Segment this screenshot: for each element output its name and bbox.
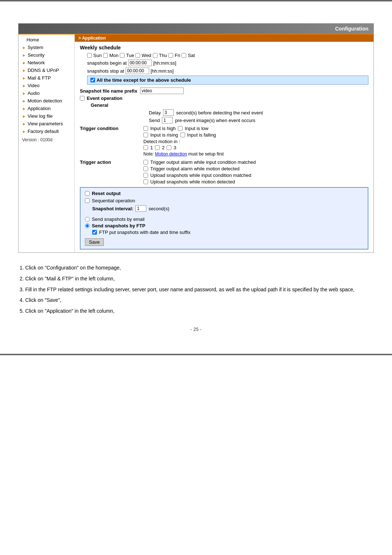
checkbox-sun[interactable] <box>87 53 92 58</box>
save-button[interactable]: Save <box>85 238 104 246</box>
snapshot-prefix-input[interactable] <box>140 88 184 94</box>
checkbox-all-time[interactable] <box>90 78 95 82</box>
label-tue: Tue <box>126 53 134 58</box>
checkbox-thu[interactable] <box>153 53 158 58</box>
config-title: Configuration <box>335 26 368 32</box>
sidebar-item-factory-default[interactable]: ► Factory default <box>19 127 74 135</box>
checkbox-input-low[interactable] <box>178 126 183 131</box>
label-thu: Thu <box>159 53 167 58</box>
send-email-row: Send snapshots by email <box>85 216 363 222</box>
send-label: Send <box>149 118 160 123</box>
checkbox-input-high[interactable] <box>143 126 148 131</box>
sidebar-item-view-params[interactable]: ► View parameters <box>19 120 74 127</box>
sidebar-item-video[interactable]: ► Video <box>19 82 74 89</box>
sidebar-item-motion[interactable]: ► Motion detection <box>19 97 74 105</box>
checkbox-fri[interactable] <box>168 53 173 58</box>
sequential-row: Sequential operation <box>85 198 363 203</box>
begin-row: snapshots begin at [hh:mm:ss] <box>87 60 368 66</box>
checkbox-input-falling[interactable] <box>180 133 185 137</box>
checkbox-event-operation[interactable] <box>80 96 85 101</box>
radio-send-email[interactable] <box>85 217 90 222</box>
trigger-action-content: Trigger output alarm while input conditi… <box>143 159 368 186</box>
trigger-condition-layout: Trigger condition Input is high Input is… <box>80 126 368 158</box>
label-upload-input: Upload snapshots while input condition m… <box>150 173 251 178</box>
trigger-condition-content: Input is high Input is low Input is risi… <box>143 126 368 158</box>
sidebar: Home ► System ► Security ► Network <box>19 35 75 252</box>
send-email-label: Send snapshots by email <box>92 216 144 222</box>
sidebar-label-view-log: View log file <box>28 113 53 119</box>
checkbox-motion-3[interactable] <box>167 145 171 150</box>
checkbox-upload-motion[interactable] <box>143 179 148 184</box>
checkbox-wed[interactable] <box>135 53 140 58</box>
general-title: General <box>91 102 368 108</box>
sidebar-item-audio[interactable]: ► Audio <box>19 89 74 97</box>
trigger-row-1: Input is high Input is low <box>143 126 368 131</box>
sidebar-item-network[interactable]: ► Network <box>19 59 74 66</box>
checkbox-ftp-suffix[interactable] <box>92 230 97 235</box>
page-number: - 25 - <box>18 327 374 332</box>
sequential-label: Sequential operation <box>92 198 135 203</box>
checkbox-reset-output[interactable] <box>85 191 90 196</box>
snapshot-prefix-label: Snapshot file name prefix <box>80 88 137 94</box>
sidebar-label-security: Security <box>28 52 45 58</box>
sidebar-item-ddns[interactable]: ► DDNS & UPnP <box>19 66 74 74</box>
send-input[interactable] <box>162 117 173 123</box>
sidebar-item-system[interactable]: ► System <box>19 44 74 51</box>
arrow-icon-view-log: ► <box>22 114 26 118</box>
delay-row: Delay second(s) before detecting the nex… <box>149 109 368 116</box>
all-time-label: All the time except for the above schedu… <box>97 77 191 83</box>
page-wrapper: Configuration Home ► System ► Security <box>0 1 392 347</box>
checkbox-upload-input[interactable] <box>143 173 148 178</box>
days-row: Sun Mon Tue Wed Thu Fri Sat <box>87 53 368 58</box>
snapshot-interval-row: Snapshot interval: second(s) <box>92 205 363 212</box>
checkbox-mon[interactable] <box>103 53 108 58</box>
trigger-action-title: Trigger action <box>80 159 111 165</box>
snapshot-interval-input[interactable] <box>135 205 146 212</box>
arrow-icon-audio: ► <box>22 91 26 96</box>
sidebar-label-home: Home <box>26 37 39 42</box>
sidebar-label-application: Application <box>28 106 51 111</box>
stop-label: snapshots stop at <box>87 68 124 74</box>
checkbox-motion-1[interactable] <box>143 145 148 150</box>
send-ftp-row: Send snapshots by FTP <box>85 223 363 228</box>
checkbox-input-rising[interactable] <box>143 133 148 137</box>
delay-input[interactable] <box>163 109 174 116</box>
snapshot-interval-label: Snapshot interval: <box>92 206 133 211</box>
send-row: Send pre-event image(s) when event occur… <box>149 117 368 123</box>
begin-time-input[interactable] <box>128 60 152 66</box>
weekly-schedule-title: Weekly schedule <box>80 45 368 50</box>
delay-suffix: second(s) before detecting the next even… <box>176 110 263 116</box>
sidebar-label-factory-default: Factory default <box>28 129 59 134</box>
label-sun: Sun <box>93 53 102 58</box>
sidebar-item-home[interactable]: Home <box>19 36 74 44</box>
sidebar-item-application[interactable]: ► Application <box>19 105 74 112</box>
sidebar-item-mail-ftp[interactable]: ► Mail & FTP <box>19 74 74 82</box>
checkbox-motion-2[interactable] <box>155 145 160 150</box>
sidebar-label-ddns: DDNS & UPnP <box>28 68 59 73</box>
label-input-high: Input is high <box>150 126 176 131</box>
bottom-panel: Reset output Sequential operation Snapsh… <box>80 187 368 250</box>
instruction-2: 2. Click on "Mail & FTP" in the left col… <box>20 275 372 283</box>
trigger-action-row-3: Upload snapshots while input condition m… <box>143 173 368 178</box>
config-header: Configuration <box>19 24 373 34</box>
stop-time-input[interactable] <box>126 68 149 74</box>
reset-output-label: Reset output <box>92 191 121 196</box>
checkbox-trigger-alarm-input[interactable] <box>143 160 148 165</box>
instruction-3: 3. Fill in the FTP related settings incl… <box>20 285 372 294</box>
spacer <box>85 214 363 216</box>
sidebar-item-view-log[interactable]: ► View log file <box>19 112 74 120</box>
label-motion-2: 2 <box>162 145 164 150</box>
motion-detection-link[interactable]: Motion detection <box>155 151 187 157</box>
checkbox-sat[interactable] <box>181 53 186 58</box>
sidebar-item-security[interactable]: ► Security <box>19 51 74 59</box>
delay-label: Delay <box>149 110 161 116</box>
config-box: Configuration Home ► System ► Security <box>18 23 374 253</box>
checkbox-tue[interactable] <box>120 53 124 58</box>
radio-send-ftp[interactable] <box>85 223 90 228</box>
label-upload-motion: Upload snapshots while motion detected <box>150 179 235 185</box>
sidebar-label-mail-ftp: Mail & FTP <box>28 75 51 81</box>
checkbox-trigger-alarm-motion[interactable] <box>143 166 148 171</box>
begin-label: snapshots begin at <box>87 60 127 66</box>
checkbox-sequential[interactable] <box>85 198 90 203</box>
arrow-icon-security: ► <box>22 53 26 57</box>
